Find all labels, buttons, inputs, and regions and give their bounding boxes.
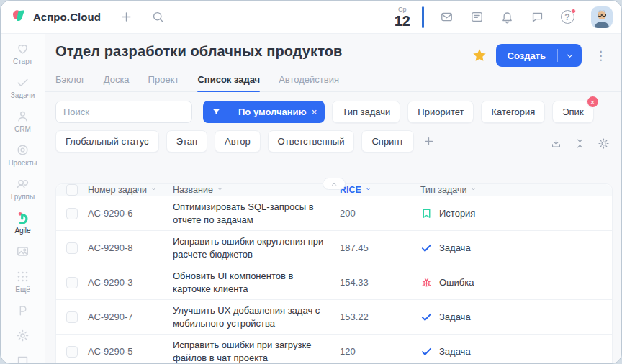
quick-add-icon[interactable] <box>114 5 138 29</box>
active-filter-close-icon[interactable]: × <box>312 106 325 117</box>
page-menu-icon[interactable]: ⋮ <box>590 47 611 65</box>
collapse-rows-icon[interactable] <box>574 137 586 150</box>
sidebar-item-crm[interactable]: CRM <box>3 109 43 133</box>
table-row[interactable]: АС-9290-6 Оптимизировать SQL-запросы в о… <box>56 196 612 231</box>
create-button-label: Создать <box>496 50 557 61</box>
sidebar-item-agile[interactable]: Agile <box>3 210 43 235</box>
sidebar-item-projects[interactable]: Проекты <box>3 142 43 167</box>
task-check-icon <box>420 311 433 323</box>
favorite-star-icon[interactable] <box>472 47 487 63</box>
user-avatar[interactable] <box>591 6 613 28</box>
task-title[interactable]: Обновить UI компонентов в карточке клиен… <box>173 270 340 295</box>
more-icon <box>16 269 30 283</box>
create-dropdown-icon[interactable] <box>558 52 582 60</box>
task-id[interactable]: АС-9290-8 <box>88 242 173 253</box>
task-rice-value: 153.22 <box>340 311 420 322</box>
mail-icon[interactable] <box>434 5 459 29</box>
table-collapse-pill[interactable] <box>323 178 346 190</box>
filter-chip[interactable]: Этап <box>166 130 207 153</box>
task-check-icon <box>420 345 433 358</box>
bell-icon[interactable] <box>495 5 519 29</box>
table-row[interactable]: АС-9290-3 Обновить UI компонентов в карт… <box>56 265 612 300</box>
sort-chevron-icon <box>216 185 224 195</box>
task-title[interactable]: Улучшить UX добавления задач с мобильног… <box>173 304 340 329</box>
notes-icon[interactable] <box>464 5 489 29</box>
column-header[interactable]: Тип задачи <box>420 185 612 195</box>
chat-icon[interactable] <box>525 5 549 29</box>
projects-icon <box>16 142 30 157</box>
funnel-icon[interactable] <box>203 106 230 117</box>
export-download-icon[interactable] <box>550 137 562 150</box>
sidebar-item-more[interactable]: Ещё <box>3 269 43 294</box>
brand-name: Аспро.Cloud <box>33 11 101 23</box>
table-settings-gear-icon[interactable] <box>598 137 610 150</box>
row-checkbox[interactable] <box>66 311 78 323</box>
row-checkbox[interactable] <box>66 208 78 219</box>
tab-2[interactable]: Проект <box>148 74 179 91</box>
sidebar-item-label: Старт <box>13 58 32 65</box>
task-check-icon <box>420 242 433 254</box>
tab-1[interactable]: Доска <box>104 74 130 91</box>
task-id[interactable]: АС-9290-5 <box>88 346 173 357</box>
row-checkbox[interactable] <box>66 346 78 358</box>
calendar-date[interactable]: Ср 12 <box>395 6 410 28</box>
sort-chevron-icon <box>364 185 372 195</box>
start-icon <box>16 41 30 55</box>
row-checkbox[interactable] <box>66 277 78 288</box>
sidebar-item-label: Agile <box>14 227 30 235</box>
table-row[interactable]: АС-9290-5 Исправить ошибки при загрузке … <box>56 335 612 363</box>
task-title[interactable]: Исправить ошибки округления при расчете … <box>173 235 340 260</box>
filter-chip[interactable]: Категория <box>481 101 545 123</box>
filter-chip[interactable]: Глобальный статус <box>55 130 159 153</box>
search-icon[interactable] <box>145 5 170 29</box>
active-filter-chip[interactable]: По умолчанию × <box>203 101 325 123</box>
help-notification-dot <box>571 9 576 14</box>
tab-4[interactable]: Автодействия <box>279 74 339 91</box>
sort-chevron-icon <box>150 185 158 195</box>
help-icon[interactable]: ? <box>555 5 580 29</box>
filter-chip[interactable]: Приоритет <box>407 101 474 123</box>
tab-bar: БэклогДоскаПроектСписок задачАвтодействи… <box>45 67 621 92</box>
sidebar-item-p-logo[interactable] <box>3 303 43 317</box>
search-input[interactable] <box>55 101 192 123</box>
tab-active[interactable]: Список задач <box>197 74 260 91</box>
filter-chip[interactable]: Спринт <box>361 130 413 153</box>
select-all-checkbox[interactable] <box>66 184 78 196</box>
add-filter-icon[interactable] <box>421 135 436 147</box>
date-day: 12 <box>395 13 410 29</box>
sidebar-item-photo[interactable] <box>3 244 43 258</box>
bug-icon <box>420 276 433 288</box>
column-header[interactable]: Название <box>173 185 340 195</box>
create-button[interactable]: Создать <box>496 44 582 67</box>
sidebar-item-start[interactable]: Старт <box>3 41 43 65</box>
filter-chip[interactable]: Автор <box>215 130 261 153</box>
task-type-label: История <box>439 208 475 219</box>
table-row[interactable]: АС-9290-8 Исправить ошибки округления пр… <box>56 231 612 265</box>
photo-icon <box>16 244 30 258</box>
agile-icon <box>16 210 30 224</box>
row-checkbox[interactable] <box>66 242 78 254</box>
task-title[interactable]: Исправить ошибки при загрузке файлов в ч… <box>173 339 340 363</box>
brand[interactable]: Аспро.Cloud <box>11 8 101 27</box>
column-header[interactable]: Номер задачи <box>88 185 173 195</box>
sidebar-item-tasks[interactable]: Задачи <box>3 75 43 99</box>
sidebar-item-label: CRM <box>14 125 31 133</box>
tab-0[interactable]: Бэклог <box>55 74 85 91</box>
column-header[interactable]: RICE <box>340 185 420 195</box>
gear-icon <box>16 328 30 342</box>
task-id[interactable]: АС-9290-3 <box>88 277 173 288</box>
task-id[interactable]: АС-9290-6 <box>88 208 173 219</box>
brand-logo-icon <box>11 8 27 27</box>
sidebar-item-chat[interactable] <box>3 353 43 363</box>
filter-chip[interactable]: Тип задачи <box>332 101 400 123</box>
sidebar-item-groups[interactable]: Группы <box>3 176 43 201</box>
remove-filter-badge-icon[interactable]: × <box>586 95 600 109</box>
task-id[interactable]: АС-9290-7 <box>88 311 173 322</box>
filter-chip[interactable]: Эпик× <box>552 101 593 123</box>
tasks-icon <box>16 75 30 89</box>
table-row[interactable]: АС-9290-7 Улучшить UX добавления задач с… <box>56 300 612 335</box>
filter-chip[interactable]: Ответственный <box>268 130 355 153</box>
sidebar-item-gear[interactable] <box>3 328 43 342</box>
p-logo-icon <box>16 303 30 317</box>
task-title[interactable]: Оптимизировать SQL-запросы в отчете по з… <box>173 201 340 226</box>
